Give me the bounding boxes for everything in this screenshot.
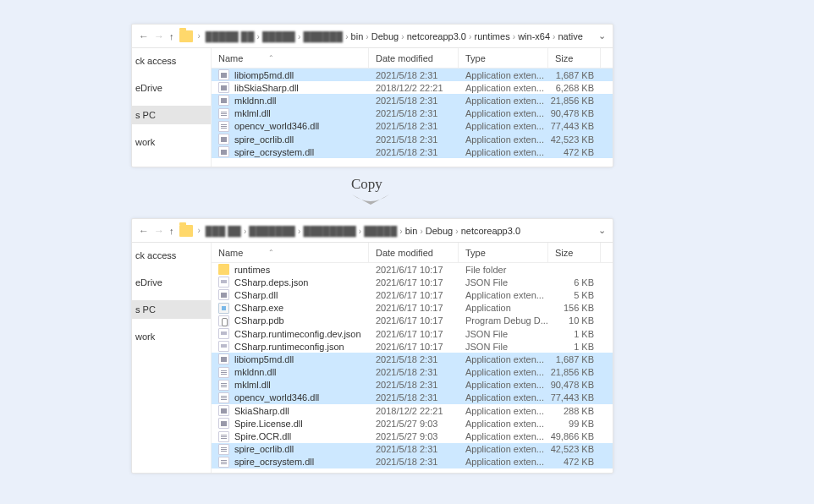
col-size[interactable]: Size: [548, 48, 601, 68]
file-row[interactable]: mkldnn.dll 2021/5/18 2:31 Application ex…: [212, 366, 613, 379]
chevron-right-icon: ›: [399, 227, 402, 236]
sidebar-item[interactable]: eDrive: [132, 79, 211, 97]
file-size: 21,856 KB: [548, 96, 601, 106]
file-type: Application exten...: [459, 96, 548, 106]
file-row[interactable]: spire_ocrlib.dll 2021/5/18 2:31 Applicat…: [212, 133, 613, 145]
file-row[interactable]: opencv_world346.dll 2021/5/18 2:31 Appli…: [212, 120, 613, 133]
breadcrumb-item[interactable]: Debug: [426, 226, 453, 236]
sidebar-item[interactable]: work: [132, 133, 211, 151]
file-row[interactable]: CSharp.dll 2021/6/17 10:17 Application e…: [212, 288, 613, 301]
sidebar-item[interactable]: work: [132, 327, 211, 346]
nav-up-icon[interactable]: ↑: [169, 31, 174, 41]
col-type[interactable]: Type: [459, 243, 548, 262]
breadcrumb-item[interactable]: win-x64: [518, 31, 550, 41]
breadcrumb-item[interactable]: native: [558, 31, 583, 41]
breadcrumb-item[interactable]: netcoreapp3.0: [461, 226, 520, 236]
breadcrumb-item[interactable]: ███ ██: [206, 226, 241, 236]
file-row[interactable]: mklml.dll 2021/5/18 2:31 Application ext…: [212, 379, 613, 392]
folder-icon: [179, 225, 193, 237]
sidebar-item[interactable]: eDrive: [132, 273, 211, 292]
file-date: 2021/6/17 10:17: [369, 277, 459, 288]
file-row[interactable]: mkldnn.dll 2021/5/18 2:31 Application ex…: [212, 94, 613, 107]
address-bar[interactable]: ← → ↑ › █████ ██ › █████ › ██████ › bin …: [132, 25, 613, 48]
file-row[interactable]: CSharp.exe 2021/6/17 10:17 Application 1…: [212, 302, 613, 315]
file-list[interactable]: libiomp5md.dll 2021/5/18 2:31 Applicatio…: [212, 68, 613, 167]
file-name: opencv_world346.dll: [234, 392, 319, 403]
file-size: 1,687 KB: [548, 70, 601, 80]
file-row[interactable]: CSharp.pdb 2021/6/17 10:17 Program Debug…: [212, 315, 613, 327]
breadcrumb-item[interactable]: runtimes: [474, 31, 509, 41]
file-row[interactable]: spire_ocrsystem.dll 2021/5/18 2:31 Appli…: [212, 145, 613, 158]
file-row[interactable]: spire_ocrsystem.dll 2021/5/18 2:31 Appli…: [212, 456, 613, 468]
file-row[interactable]: Spire.OCR.dll 2021/5/27 9:03 Application…: [212, 430, 613, 442]
file-row[interactable]: SkiaSharp.dll 2018/12/2 22:21 Applicatio…: [212, 404, 613, 417]
file-row[interactable]: libiomp5md.dll 2021/5/18 2:31 Applicatio…: [212, 353, 613, 365]
file-name: spire_ocrsystem.dll: [234, 457, 314, 467]
file-date: 2021/6/17 10:17: [369, 329, 459, 339]
chevron-right-icon: ›: [553, 32, 555, 41]
dropdown-icon[interactable]: ⌄: [598, 225, 606, 236]
file-name: libSkiaSharp.dll: [234, 83, 299, 93]
breadcrumb-item[interactable]: ████████: [303, 226, 355, 236]
nav-back-icon[interactable]: ←: [139, 225, 149, 237]
nav-forward-icon[interactable]: →: [154, 30, 164, 42]
breadcrumb-path[interactable]: █████ ██ › █████ › ██████ › bin › Debug …: [206, 31, 583, 41]
chevron-right-icon: ›: [298, 32, 300, 41]
breadcrumb-item[interactable]: bin: [351, 31, 364, 41]
breadcrumb-item[interactable]: ███████: [249, 226, 295, 236]
breadcrumb-item[interactable]: netcoreapp3.0: [407, 31, 466, 41]
file-name: mkldnn.dll: [234, 96, 277, 106]
file-date: 2018/12/2 22:21: [369, 83, 459, 93]
file-area: Name⌃ Date modified Type Size libiomp5md…: [212, 48, 613, 167]
breadcrumb-sep: ›: [198, 31, 201, 41]
file-name: SkiaSharp.dll: [234, 406, 289, 416]
file-type: JSON File: [459, 329, 548, 339]
sidebar-item[interactable]: ck access: [132, 246, 211, 265]
breadcrumb-item[interactable]: ██████: [303, 31, 343, 41]
file-name: Spire.OCR.dll: [234, 431, 291, 441]
file-row[interactable]: CSharp.deps.json 2021/6/17 10:17 JSON Fi…: [212, 276, 613, 288]
col-size[interactable]: Size: [548, 243, 601, 262]
file-row[interactable]: opencv_world346.dll 2021/5/18 2:31 Appli…: [212, 392, 613, 404]
sidebar-item[interactable]: s PC: [132, 106, 211, 124]
file-type: Application exten...: [459, 70, 548, 80]
dropdown-icon[interactable]: ⌄: [598, 30, 606, 41]
nav-up-icon[interactable]: ↑: [169, 226, 174, 236]
file-name: CSharp.pdb: [234, 315, 284, 326]
file-row[interactable]: libSkiaSharp.dll 2018/12/2 22:21 Applica…: [212, 81, 613, 94]
file-type: Application exten...: [459, 83, 548, 93]
file-size: 21,856 KB: [548, 367, 601, 377]
chevron-right-icon: ›: [420, 227, 422, 236]
breadcrumb-item[interactable]: bin: [405, 226, 418, 236]
file-size: 99 KB: [548, 419, 601, 429]
breadcrumb-item[interactable]: █████: [262, 31, 295, 41]
column-header[interactable]: Name⌃ Date modified Type Size: [212, 48, 613, 68]
breadcrumb-item[interactable]: Debug: [371, 31, 399, 41]
sidebar-item[interactable]: s PC: [132, 300, 211, 319]
file-row[interactable]: runtimes 2021/6/17 10:17 File folder: [212, 263, 613, 276]
breadcrumb-item[interactable]: █████ ██: [206, 31, 255, 41]
file-row[interactable]: libiomp5md.dll 2021/5/18 2:31 Applicatio…: [212, 68, 613, 81]
file-date: 2021/5/18 2:31: [369, 134, 459, 145]
col-date[interactable]: Date modified: [369, 48, 459, 68]
breadcrumb-item[interactable]: █████: [364, 226, 397, 236]
file-row[interactable]: CSharp.runtimeconfig.dev.json 2021/6/17 …: [212, 327, 613, 340]
file-row[interactable]: Spire.License.dll 2021/5/27 9:03 Applica…: [212, 417, 613, 430]
nav-back-icon[interactable]: ←: [139, 30, 149, 42]
file-size: 10 KB: [548, 315, 601, 326]
breadcrumb-path[interactable]: ███ ██ › ███████ › ████████ › █████ › bi…: [206, 226, 520, 236]
column-header[interactable]: Name⌃ Date modified Type Size: [212, 243, 613, 263]
sidebar-item[interactable]: ck access: [132, 52, 211, 70]
file-list[interactable]: runtimes 2021/6/17 10:17 File folder CSh…: [212, 263, 613, 473]
nav-forward-icon[interactable]: →: [154, 225, 164, 237]
col-date[interactable]: Date modified: [369, 243, 459, 262]
file-name: mklml.dll: [234, 108, 271, 118]
col-name[interactable]: Name⌃: [212, 48, 369, 68]
file-type: JSON File: [459, 342, 548, 352]
col-name[interactable]: Name⌃: [212, 243, 369, 262]
address-bar[interactable]: ← → ↑ › ███ ██ › ███████ › ████████ › ██…: [132, 219, 613, 243]
file-row[interactable]: mklml.dll 2021/5/18 2:31 Application ext…: [212, 107, 613, 120]
col-type[interactable]: Type: [459, 48, 548, 68]
file-row[interactable]: spire_ocrlib.dll 2021/5/18 2:31 Applicat…: [212, 443, 613, 456]
file-row[interactable]: CSharp.runtimeconfig.json 2021/6/17 10:1…: [212, 340, 613, 353]
